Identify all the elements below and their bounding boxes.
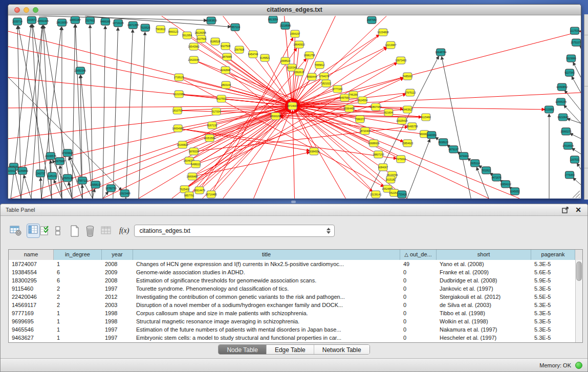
network-graph[interactable]: 2035714190357220691406186190591065328715… [8,16,581,199]
table-row[interactable]: 1938455462009Genome-wide association stu… [9,268,582,276]
graph-node[interactable]: 1588520 [280,57,291,64]
function-builder-icon[interactable]: f(x) [119,227,129,235]
show-column-toggle[interactable] [27,224,40,238]
graph-node[interactable]: 10958107 [90,181,101,188]
graph-node[interactable]: 18807293 [373,151,384,158]
table-row[interactable]: 977716911998Corpus callosum shape and si… [9,309,582,317]
graph-node[interactable]: 9115460 [421,114,431,121]
graph-node[interactable]: 8186528 [210,38,221,45]
graph-node[interactable]: 2035714 [12,18,23,25]
table-row[interactable]: 1456911722003Disruption of a novel membe… [9,301,582,309]
graph-node[interactable]: 9327508 [221,42,231,50]
graph-node[interactable]: 1342737 [35,170,46,177]
column-header-name[interactable]: name [9,250,54,260]
graph-node[interactable]: 7485063 [403,73,413,80]
graph-node[interactable]: 2718129 [174,74,184,81]
graph-node[interactable]: 16654982 [172,125,184,132]
splitter-handle[interactable] [291,201,296,203]
graph-node[interactable]: 6879197 [449,146,459,153]
table-settings-icon[interactable] [10,225,22,236]
graph-node[interactable]: 10025418 [396,117,407,124]
graph-node[interactable]: 9242848 [221,67,231,74]
graph-node[interactable]: 15993271 [560,128,572,135]
graph-node[interactable]: 1903572 [27,16,37,24]
graph-node[interactable]: 18619059 [56,19,68,26]
graph-node[interactable]: 9327505 [197,35,207,42]
column-header-in_degree[interactable]: in_degree [54,250,102,260]
graph-node[interactable]: 7515526 [140,24,150,31]
graph-node[interactable]: 10688609 [368,140,379,147]
graph-node[interactable]: 12213967 [385,41,396,49]
graph-node[interactable]: 18640910 [293,41,304,48]
graph-node[interactable]: 12923468 [119,190,130,197]
graph-node[interactable]: 16648784 [435,49,446,56]
graph-node[interactable]: 16210643 [557,114,569,121]
graph-node[interactable]: 16782739 [105,185,117,192]
table-row[interactable]: 911546021997Tourette syndrome. Phenomeno… [9,285,582,293]
graph-node[interactable]: 10654112 [500,181,511,188]
graph-node[interactable]: 18720407 [359,127,371,135]
graph-node[interactable]: 20206576 [45,152,56,160]
graph-node[interactable]: 10807487 [370,103,381,111]
graph-node[interactable]: 1527602 [85,17,95,24]
vertical-scrollbar[interactable] [575,260,582,343]
graph-node[interactable]: 17957225 [77,177,88,184]
graph-node[interactable]: 7632621 [481,167,491,174]
table-source-select[interactable]: citations_edges.txt [134,225,335,237]
network-canvas[interactable]: 2035714190357220691406186190591065328715… [8,16,581,199]
graph-node[interactable]: 1562615 [294,69,304,76]
table-row[interactable]: 2242004622012Investigating the contribut… [9,293,582,301]
graph-node[interactable]: 18724007 [287,102,298,110]
graph-node[interactable]: 15716485 [206,191,217,198]
graph-node[interactable]: 16961758 [303,52,315,59]
graph-node[interactable]: 1145191 [47,172,57,180]
resize-grip[interactable] [573,191,580,198]
graph-node[interactable]: 16353584 [204,135,215,142]
graph-node[interactable]: 15136141 [370,191,381,198]
graph-node[interactable]: 6794078 [319,73,330,80]
graph-node[interactable]: 6466160 [100,18,111,25]
graph-node[interactable]: 8990444 [307,73,317,80]
graph-node[interactable]: 7963822 [156,26,166,33]
graph-node[interactable]: 16671358 [127,21,139,29]
table-row[interactable]: 1830029562008Estimation of significance … [9,276,582,285]
graph-node[interactable]: 1117534 [570,27,580,34]
graph-node[interactable]: 1440954 [427,132,437,139]
tab-edge-table[interactable]: Edge Table [267,345,314,355]
close-panel-icon[interactable]: ✕ [575,205,581,215]
graph-node[interactable]: 17339924 [62,149,73,157]
scrollbar-thumb[interactable] [576,261,582,281]
graph-node[interactable]: 12213384 [173,91,185,98]
graph-node[interactable]: 1167531 [570,156,579,163]
graph-node[interactable]: 746266 [349,91,358,98]
table-mode-icon[interactable] [55,226,61,236]
graph-node[interactable]: 26495758 [406,123,418,130]
graph-node[interactable]: 5498222 [191,161,201,168]
window-titlebar[interactable]: citations_edges.txt [8,5,581,15]
graph-node[interactable]: 8215953 [544,106,554,113]
graph-node[interactable]: 12505135 [62,174,73,182]
table-row[interactable]: 946554611997Estimation of the future num… [9,325,582,334]
new-column-icon[interactable] [70,225,80,237]
graph-node[interactable]: 9777169 [333,85,343,93]
graph-node[interactable]: 7857224 [230,24,241,31]
graph-node[interactable]: 16899489 [187,173,198,180]
graph-node[interactable]: 15854923 [402,140,413,147]
graph-node[interactable]: 9084067 [378,164,388,171]
graph-node[interactable]: 19166822 [177,141,188,148]
column-header-title[interactable]: title [133,250,400,260]
graph-node[interactable]: 1821022 [321,80,332,87]
graph-node[interactable]: 8471676 [491,174,502,181]
graph-node[interactable]: 821604 [384,109,393,116]
table-row[interactable]: 946362711997Embryonic stem cells: a mode… [9,334,582,342]
float-panel-icon[interactable] [562,207,569,213]
graph-node[interactable]: 10719135 [113,19,124,27]
graph-node[interactable]: 3875685 [222,53,232,60]
graph-node[interactable]: 2567608 [234,46,245,53]
graph-node[interactable]: 9329966 [566,55,576,62]
graph-node[interactable]: 2935114 [470,160,480,167]
graph-node[interactable]: 10975887 [54,158,66,165]
graph-node[interactable]: 1554197 [290,30,300,37]
graph-node[interactable]: 15751074 [571,39,581,46]
graph-node[interactable]: 20053346 [75,67,86,74]
